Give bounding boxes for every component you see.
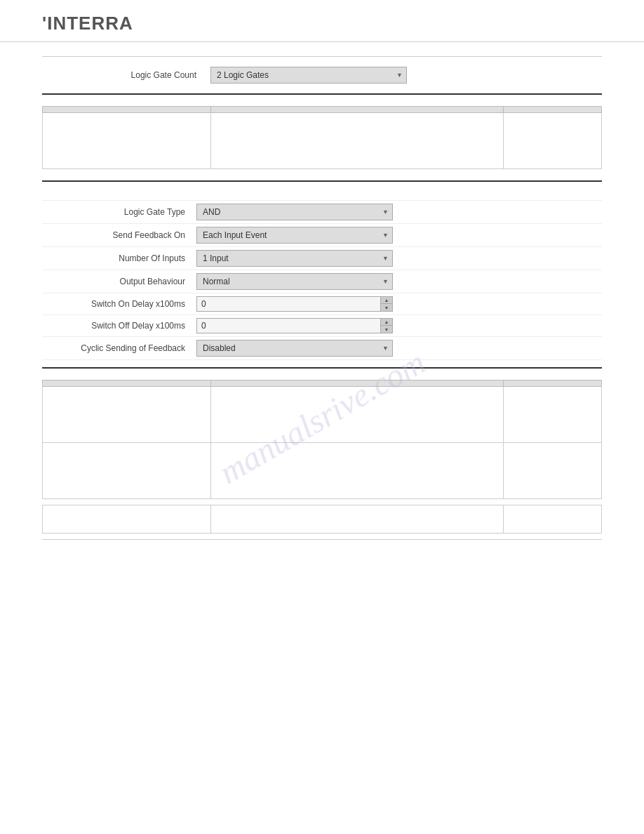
- gate-count-control[interactable]: 1 Logic Gate 2 Logic Gates 3 Logic Gates…: [210, 67, 407, 84]
- bottom1-r2c1: [43, 443, 211, 499]
- switch-off-delay-decrement[interactable]: ▼: [381, 326, 392, 333]
- table-row: [43, 387, 602, 443]
- bottom1-r2c2: [211, 443, 504, 499]
- header: 'INTERRA: [0, 0, 644, 42]
- top-table-section: [42, 100, 602, 180]
- bottom2-r1c2: [211, 505, 504, 534]
- bottom-table1-section: [42, 374, 602, 499]
- bottom1-r1c3: [504, 387, 602, 443]
- cyclic-sending-label: Cyclic Sending of Feedback: [42, 343, 196, 353]
- switch-on-delay-spinners: ▲ ▼: [380, 297, 392, 311]
- output-behaviour-label: Output Behaviour: [42, 277, 196, 286]
- switch-off-delay-control[interactable]: ▲ ▼: [196, 318, 393, 333]
- bottom1-r1c2: [211, 387, 504, 443]
- switch-on-delay-increment[interactable]: ▲: [381, 297, 392, 304]
- gate-type-label: Logic Gate Type: [42, 207, 196, 217]
- bottom-table2-section: [42, 505, 602, 540]
- setting-row-num-inputs: Number Of Inputs 1 Input 2 Inputs 3 Inpu…: [42, 247, 602, 270]
- gate-count-section: Logic Gate Count 1 Logic Gate 2 Logic Ga…: [42, 56, 602, 95]
- setting-row-switch-on-delay: Switch On Delay x100ms ▲ ▼: [42, 293, 602, 315]
- switch-off-delay-input-wrap[interactable]: ▲ ▼: [196, 318, 393, 333]
- table-row: [43, 443, 602, 499]
- output-behaviour-select-wrapper[interactable]: Normal Inverted: [196, 273, 393, 290]
- switch-on-delay-label: Switch On Delay x100ms: [42, 299, 196, 309]
- num-inputs-select-wrapper[interactable]: 1 Input 2 Inputs 3 Inputs 4 Inputs: [196, 250, 393, 267]
- switch-on-delay-control[interactable]: ▲ ▼: [196, 296, 393, 312]
- switch-off-delay-label: Switch Off Delay x100ms: [42, 321, 196, 331]
- cyclic-sending-control[interactable]: Disabled Enabled: [196, 340, 393, 357]
- divider-settings-top: [42, 180, 602, 182]
- switch-off-delay-input[interactable]: [197, 319, 380, 333]
- settings-form: Logic Gate Type AND OR NAND NOR XOR XNOR: [42, 200, 602, 360]
- divider-bottom: [42, 539, 602, 540]
- num-inputs-control[interactable]: 1 Input 2 Inputs 3 Inputs 4 Inputs: [196, 250, 393, 267]
- settings-section: Logic Gate Type AND OR NAND NOR XOR XNOR: [42, 193, 602, 367]
- num-inputs-label: Number Of Inputs: [42, 253, 196, 263]
- gate-type-control[interactable]: AND OR NAND NOR XOR XNOR: [196, 204, 393, 220]
- setting-row-cyclic-sending: Cyclic Sending of Feedback Disabled Enab…: [42, 337, 602, 360]
- switch-on-delay-input[interactable]: [197, 297, 380, 311]
- gate-count-row: Logic Gate Count 1 Logic Gate 2 Logic Ga…: [42, 62, 602, 88]
- divider-thick-1: [42, 93, 602, 95]
- switch-on-delay-input-wrap[interactable]: ▲ ▼: [196, 296, 393, 312]
- top-table-r1c1: [43, 113, 211, 169]
- switch-off-delay-increment[interactable]: ▲: [381, 319, 392, 326]
- main-content: Logic Gate Count 1 Logic Gate 2 Logic Ga…: [0, 56, 644, 540]
- setting-row-output-behaviour: Output Behaviour Normal Inverted: [42, 270, 602, 293]
- top-table: [42, 106, 602, 169]
- feedback-label: Send Feedback On: [42, 230, 196, 240]
- setting-row-switch-off-delay: Switch Off Delay x100ms ▲ ▼: [42, 315, 602, 337]
- bottom-table2: [42, 505, 602, 534]
- switch-off-delay-spinners: ▲ ▼: [380, 319, 392, 333]
- setting-row-gate-type: Logic Gate Type AND OR NAND NOR XOR XNOR: [42, 200, 602, 224]
- top-table-col3-header: [504, 107, 602, 113]
- table-row: [43, 505, 602, 534]
- top-table-r1c3: [504, 113, 602, 169]
- table-row: [43, 113, 602, 169]
- gate-count-select[interactable]: 1 Logic Gate 2 Logic Gates 3 Logic Gates…: [210, 67, 407, 84]
- cyclic-sending-select[interactable]: Disabled Enabled: [196, 340, 393, 357]
- gate-type-select-wrapper[interactable]: AND OR NAND NOR XOR XNOR: [196, 204, 393, 220]
- bottom-table1: [42, 380, 602, 499]
- setting-row-feedback: Send Feedback On Each Input Event Output…: [42, 224, 602, 247]
- gate-type-select[interactable]: AND OR NAND NOR XOR XNOR: [196, 204, 393, 220]
- feedback-select-wrapper[interactable]: Each Input Event Output Change Both: [196, 227, 393, 244]
- bottom2-r1c3: [504, 505, 602, 534]
- bottom1-col3-header: [504, 380, 602, 387]
- num-inputs-select[interactable]: 1 Input 2 Inputs 3 Inputs 4 Inputs: [196, 250, 393, 267]
- divider-settings-bottom: [42, 367, 602, 369]
- switch-on-delay-decrement[interactable]: ▼: [381, 304, 392, 311]
- gate-count-select-wrapper[interactable]: 1 Logic Gate 2 Logic Gates 3 Logic Gates…: [210, 67, 407, 84]
- feedback-select[interactable]: Each Input Event Output Change Both: [196, 227, 393, 244]
- bottom1-r2c3: [504, 443, 602, 499]
- bottom1-col1-header: [43, 380, 211, 387]
- bottom2-r1c1: [43, 505, 211, 534]
- output-behaviour-select[interactable]: Normal Inverted: [196, 273, 393, 290]
- bottom1-col2-header: [211, 380, 504, 387]
- gate-count-label: Logic Gate Count: [42, 70, 210, 80]
- output-behaviour-control[interactable]: Normal Inverted: [196, 273, 393, 290]
- feedback-control[interactable]: Each Input Event Output Change Both: [196, 227, 393, 244]
- logo: 'INTERRA: [42, 13, 602, 34]
- top-table-col1-header: [43, 107, 211, 113]
- cyclic-sending-select-wrapper[interactable]: Disabled Enabled: [196, 340, 393, 357]
- top-table-col2-header: [211, 107, 504, 113]
- bottom1-r1c1: [43, 387, 211, 443]
- top-table-r1c2: [211, 113, 504, 169]
